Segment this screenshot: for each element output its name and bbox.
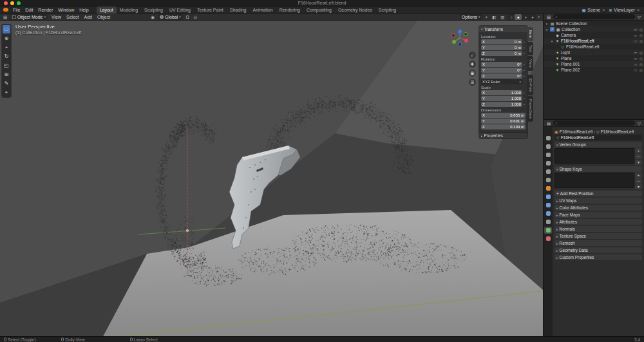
collection-checkbox[interactable]: ✓ — [550, 27, 554, 32]
properties-tab-material[interactable] — [544, 235, 552, 242]
shape-keys-list[interactable] — [554, 173, 634, 188]
workspace-tab-sculpting[interactable]: Sculpting — [141, 6, 166, 14]
workspace-tab-scripting[interactable]: Scripting — [375, 6, 399, 14]
hide-in-viewport-icon[interactable]: ▭ — [634, 27, 638, 32]
datablock-name-field[interactable]: ▽ F16HoodRearLeft — [554, 135, 642, 140]
breadcrumb-object[interactable]: F16HoodRearLeft — [560, 129, 593, 134]
sidebar-tab-tool[interactable]: Tool — [527, 42, 533, 55]
properties-tab-scene[interactable] — [544, 168, 552, 175]
properties-editor-icon[interactable]: ▤ — [545, 120, 552, 127]
properties-tab-tool[interactable] — [544, 135, 552, 142]
workspace-tab-animation[interactable]: Animation — [250, 6, 276, 14]
tool-select-box[interactable]: □ — [3, 25, 10, 33]
value-slider[interactable]: Z0 m — [481, 51, 522, 56]
filter-icon[interactable]: ▽ — [636, 120, 642, 127]
value-slider[interactable]: X0° — [481, 62, 522, 67]
panel-header-attributes[interactable]: ▸Attributes — [554, 219, 642, 225]
pivot-point-icon[interactable]: ◉ — [149, 14, 156, 21]
editor-type-button[interactable]: ▤ — [2, 14, 8, 21]
transform-panel-header[interactable]: ▾ Transform — [479, 26, 527, 32]
properties-panel-header[interactable]: ▸ Properties — [479, 132, 527, 138]
decorator-icon[interactable]: • — [523, 46, 526, 50]
value-slider[interactable]: X1.000 — [481, 90, 522, 95]
viewport-toggle-projection-button[interactable]: ⊞ — [469, 79, 476, 86]
panel-header-geometry-data[interactable]: ▸Geometry Data — [554, 247, 642, 253]
value-slider[interactable]: X0.855 m — [481, 113, 526, 118]
filter-icon[interactable]: ▽ — [636, 14, 642, 21]
viewport-3d[interactable]: User Perspective (1) Collection | F16Hoo… — [0, 21, 543, 336]
expand-arrow-icon[interactable]: ▾ — [545, 22, 549, 26]
disable-in-render-icon[interactable]: ◎ — [639, 27, 643, 32]
options-dropdown[interactable]: Options ▾ — [460, 14, 482, 20]
menu-edit[interactable]: Edit — [23, 6, 35, 14]
hide-in-viewport-icon[interactable]: ▭ — [634, 33, 638, 37]
outliner-row-camera[interactable]: ◆Camera▭◎ — [544, 32, 644, 38]
panel-header-shape-keys[interactable]: ▾Shape Keys — [554, 166, 642, 172]
value-slider[interactable]: Y0.631 m — [481, 119, 526, 124]
hide-in-viewport-icon[interactable]: ▭ — [634, 50, 638, 55]
proportional-edit-icon[interactable]: ◎ — [193, 14, 199, 21]
orientation-selector[interactable]: ◍ Global ▾ — [158, 14, 183, 20]
hide-in-viewport-icon[interactable]: ▭ — [634, 39, 638, 43]
outliner-row-plane-001[interactable]: ▼Plane.001▭◎ — [544, 61, 644, 67]
snap-magnet-icon[interactable]: Ω — [185, 14, 191, 21]
tool-rotate[interactable]: ↻ — [3, 52, 10, 61]
value-slider[interactable]: Z0.104 m — [481, 124, 526, 129]
blender-logo-icon[interactable] — [3, 8, 8, 12]
workspace-tab-geometry-nodes[interactable]: Geometry Nodes — [335, 6, 375, 14]
decorator-icon[interactable]: • — [523, 97, 526, 100]
properties-tab-particles[interactable] — [544, 202, 552, 209]
value-slider[interactable]: Y0° — [481, 68, 522, 73]
outliner-search-input[interactable]: ⌕ — [553, 14, 635, 19]
shading-dropdown-icon[interactable]: ▾ — [538, 15, 540, 19]
shading-rendered-button[interactable]: ◕ — [529, 14, 536, 20]
sidebar-tab-3d-print[interactable]: 3D-Print — [527, 75, 533, 95]
panel-header-texture-space[interactable]: ▸Texture Space — [554, 233, 642, 239]
panel-header-custom-properties[interactable]: ▸Custom Properties — [554, 254, 642, 260]
sidebar-tab-powersave[interactable]: PowerSave — [527, 96, 533, 122]
workspace-tab-compositing[interactable]: Compositing — [303, 6, 335, 14]
minimize-window-button[interactable] — [10, 1, 14, 5]
properties-tab-object[interactable] — [544, 185, 552, 192]
tool-transform[interactable]: ⊞ — [3, 70, 10, 79]
navigation-gizmo[interactable] — [449, 27, 471, 49]
disable-in-render-icon[interactable]: ◎ — [639, 33, 643, 37]
specials-menu-button[interactable]: ▾ — [635, 160, 642, 165]
outliner-editor-icon[interactable]: ▤ — [545, 14, 552, 21]
tool-scale[interactable]: ◰ — [3, 61, 10, 70]
viewport-camera-view-button[interactable]: ▣ — [469, 70, 476, 77]
shading-material-button[interactable]: ◑ — [522, 14, 529, 20]
close-window-button[interactable] — [4, 1, 8, 5]
breadcrumb-data[interactable]: F16HoodRearLeft — [601, 129, 634, 134]
properties-tab-physics[interactable] — [544, 210, 552, 217]
viewlayer-selector[interactable]: ViewLayer — [614, 8, 635, 12]
viewport-menu-object[interactable]: Object — [95, 14, 113, 21]
value-slider[interactable]: X0 m — [481, 39, 522, 44]
outliner-row-collection[interactable]: ▾✓▦Collection▭◎ — [544, 26, 644, 32]
menu-file[interactable]: File — [10, 6, 23, 14]
outliner-row-plane[interactable]: ▼Plane▭◎ — [544, 55, 644, 61]
workspace-tab-modeling[interactable]: Modeling — [117, 6, 141, 14]
viewport-menu-add[interactable]: Add — [82, 14, 95, 21]
properties-tab-world[interactable] — [544, 176, 552, 184]
viewport-zoom-button[interactable]: ⌕ — [469, 52, 476, 59]
decorator-icon[interactable]: • — [523, 74, 526, 78]
sidebar-tab-view[interactable]: View — [527, 56, 533, 71]
disable-in-render-icon[interactable]: ◎ — [639, 50, 643, 55]
scene-selector[interactable]: Scene — [587, 8, 600, 12]
outliner-row-light[interactable]: ✦Light▭◎ — [544, 50, 644, 55]
sidebar-tab-item[interactable]: Item — [527, 27, 533, 41]
viewlayer-unlink-button[interactable]: × — [636, 8, 641, 12]
panel-header-color-attributes[interactable]: ▸Color Attributes — [554, 205, 642, 211]
properties-tab-view-layer[interactable] — [544, 160, 552, 167]
viewport-pan-button[interactable]: ✚ — [469, 61, 476, 68]
disable-in-render-icon[interactable]: ◎ — [639, 68, 643, 72]
outliner-row-f16hoodrearleft[interactable]: ▾▼F16HoodRearLeft▭◎ — [544, 38, 644, 44]
remove-item-button[interactable]: − — [635, 154, 642, 159]
menu-help[interactable]: Help — [77, 6, 91, 14]
properties-tab-constraints[interactable] — [544, 218, 552, 225]
value-slider[interactable]: Z1.000 — [481, 102, 522, 107]
zoom-window-button[interactable] — [17, 1, 21, 5]
decorator-icon[interactable]: • — [523, 52, 526, 55]
properties-tab-object-data[interactable] — [544, 227, 552, 234]
